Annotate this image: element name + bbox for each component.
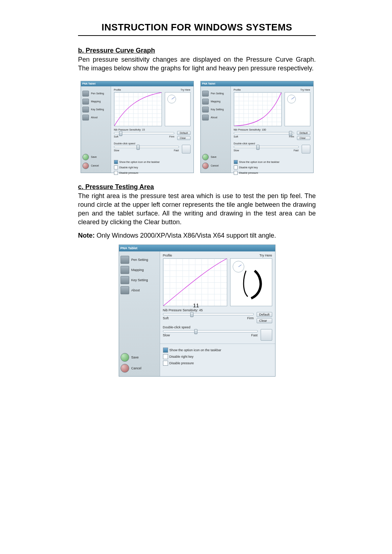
option-rightkey-checkbox[interactable]: Disable right key [163,354,272,359]
sidebar-icon [202,91,209,97]
close-icon [121,364,129,373]
option-pressure-checkbox[interactable]: Disable pressure [114,171,191,175]
sidebar-item-label: About [211,116,217,119]
sensitivity-label: Nib Pressure Sensitivity: 45 [163,308,272,312]
sidebar-item-label: Pen Setting [131,258,148,262]
clear-button[interactable]: Clear [257,318,272,323]
doubleclick-label: Double-click speed [163,325,272,329]
sensitivity-slider[interactable] [114,132,175,134]
option-taskbar-checkbox[interactable]: Show the option icon on the taskbar [163,348,272,353]
sidebar-item-label: Mapping [91,100,101,103]
sensitivity-slider[interactable] [163,313,254,315]
default-button[interactable]: Default [297,131,310,135]
save-button[interactable]: Save [82,154,109,160]
profile-label: Profile [234,89,241,91]
sidebar-item-label: Key Setting [131,278,148,282]
main-panel: ProfileTry HereNib Pressure Sensitivity:… [111,86,193,173]
option-taskbar-checkbox[interactable]: Show the option icon on the taskbar [114,160,191,164]
sidebar-icon [202,115,209,120]
cancel-button[interactable]: Cancel [202,163,229,169]
main-panel: ProfileTry HereNib Pressure Sensitivity:… [160,251,275,376]
sidebar-icon [202,99,209,104]
sidebar-item[interactable]: About [121,286,158,294]
tilt-angle-indicator [167,95,176,103]
clear-button[interactable]: Clear [297,136,310,140]
sensitivity-slider[interactable] [234,132,294,134]
sidebar-item[interactable]: Mapping [82,99,109,104]
test-doubleclick-button[interactable] [261,329,272,341]
note-line: Note: Only Windows 2000/XP/Vista X86/Vis… [78,232,316,239]
window-titlebar: PNA Tablet [81,81,193,86]
section-b-paragraph: Pen pressure sensitivity changes are dis… [78,55,316,73]
option-rightkey-checkbox[interactable]: Disable right key [234,165,310,169]
close-icon [202,163,209,169]
sidebar-icon [82,107,89,112]
doubleclick-slider[interactable] [163,330,258,332]
sidebar-item[interactable]: Key Setting [121,276,158,284]
save-button[interactable]: Save [202,154,229,160]
pressure-curve-graph [234,92,282,126]
sidebar-item[interactable]: Pen Setting [121,256,158,264]
page-number: 11 [0,302,392,308]
sidebar-icon [82,115,89,120]
sidebar: Pen SettingMappingKey SettingAboutSaveCa… [81,86,111,173]
pressure-curve-graph [163,258,227,306]
pressure-test-area[interactable] [285,92,310,126]
screenshot-light-pressure: PNA TabletPen SettingMappingKey SettingA… [81,81,194,173]
option-pressure-checkbox[interactable]: Disable pressure [234,171,310,175]
default-button[interactable]: Default [177,131,190,135]
window-titlebar: PNA Tablet [119,245,275,251]
check-icon [121,353,129,362]
sidebar-item-label: Mapping [131,268,144,272]
sidebar-item-label: About [91,116,98,119]
screenshot-test-area: PNA TabletPen SettingMappingKey SettingA… [119,245,275,377]
try-here-label: Try Here [181,89,191,91]
try-here-label: Try Here [301,89,310,91]
doubleclick-slider[interactable] [234,146,299,148]
note-text: Only Windows 2000/XP/Vista X86/Vista X64… [95,232,276,239]
sidebar-icon [121,276,129,284]
test-doubleclick-button[interactable] [302,145,310,153]
close-icon [82,163,89,169]
doubleclick-slider[interactable] [114,146,179,148]
sidebar-item[interactable]: Mapping [202,99,229,104]
option-pressure-checkbox[interactable]: Disable pressure [163,361,272,366]
doubleclick-label: Double-click speed [114,142,191,145]
sidebar-item[interactable]: About [82,115,109,120]
section-c-heading: c. Pressure Testing Area [78,183,316,191]
default-button[interactable]: Default [257,312,272,317]
sidebar-item[interactable]: Mapping [121,266,158,274]
pressure-test-area[interactable] [230,258,272,306]
check-icon [202,154,209,160]
sidebar-icon [82,91,89,97]
sidebar-item[interactable]: Pen Setting [82,91,109,97]
sidebar-item-label: About [131,288,140,292]
section-b-heading: b. Pressure Curve Graph [78,47,316,54]
doubleclick-label: Double-click speed [234,142,310,145]
sidebar-icon [121,266,129,274]
title-rule [78,35,316,36]
page-title: INSTRUCTION FOR WINDOWS SYSTEMS [78,22,316,33]
option-taskbar-checkbox[interactable]: Show the option icon on the taskbar [234,160,310,164]
save-button[interactable]: Save [121,353,158,362]
sidebar-item[interactable]: Key Setting [82,107,109,112]
sidebar-icon [82,99,89,104]
sidebar-item[interactable]: Key Setting [202,107,229,112]
sidebar-icon [121,286,129,294]
window-titlebar: PNA Tablet [201,81,313,86]
clear-button[interactable]: Clear [177,136,190,140]
profile-label: Profile [163,254,172,257]
option-rightkey-checkbox[interactable]: Disable right key [114,165,191,169]
section-c-paragraph: The right area is the pressure test area… [78,192,316,227]
pressure-curve-graph [114,92,162,126]
sidebar-item[interactable]: Pen Setting [202,91,229,97]
sensitivity-label: Nib Pressure Sensitivity: 15 [114,128,191,131]
test-doubleclick-button[interactable] [182,145,191,153]
try-here-label: Try Here [260,254,272,257]
pressure-test-area[interactable] [165,92,191,126]
cancel-button[interactable]: Cancel [82,163,109,169]
tilt-angle-indicator [287,95,296,103]
screenshot-heavy-pressure: PNA TabletPen SettingMappingKey SettingA… [200,81,314,173]
sidebar-item[interactable]: About [202,115,229,120]
cancel-button[interactable]: Cancel [121,364,158,373]
